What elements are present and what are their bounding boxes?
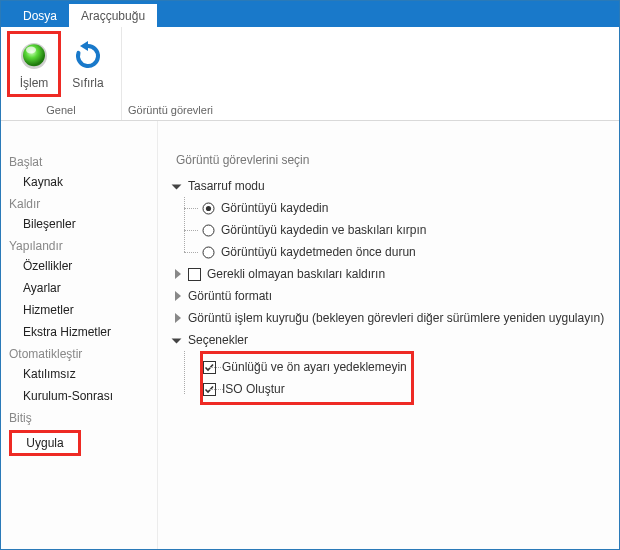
triangle-right-icon xyxy=(172,290,184,302)
task-tree: Tasarruf modu Görüntüyü kaydedin Görüntü… xyxy=(172,175,609,405)
process-button[interactable]: İşlem xyxy=(7,31,61,97)
checkbox-unchecked-icon[interactable] xyxy=(188,268,201,281)
radio-save-trim[interactable]: Görüntüyü kaydedin ve baskıları kırpın xyxy=(178,219,609,241)
radio-unselected-icon xyxy=(202,224,215,237)
radio-unselected-icon xyxy=(202,246,215,259)
ribbon: İşlem Sıfırla Genel Görüntü görev xyxy=(1,27,619,121)
checkbox-no-backup[interactable]: Günlüğü ve ön ayarı yedeklemeyin xyxy=(203,356,407,378)
tree-label-image-format: Görüntü formatı xyxy=(188,289,272,303)
tree-node-image-format[interactable]: Görüntü formatı xyxy=(172,285,609,307)
svg-point-5 xyxy=(203,225,214,236)
process-button-label: İşlem xyxy=(20,76,49,90)
radio-stop-before-save-label: Görüntüyü kaydetmeden önce durun xyxy=(221,245,416,259)
radio-save-image[interactable]: Görüntüyü kaydedin xyxy=(178,197,609,219)
tree-label-options: Seçenekler xyxy=(188,333,248,347)
options-highlight-box: Günlüğü ve ön ayarı yedeklemeyin ISO Olu… xyxy=(200,351,414,405)
tree-node-process-queue[interactable]: Görüntü işlem kuyruğu (bekleyen görevler… xyxy=(172,307,609,329)
app-window: Dosya Araççubuğu xyxy=(0,0,620,550)
tree-node-options[interactable]: Seçenekler xyxy=(172,329,609,351)
sidebar-item-extras[interactable]: Ekstra Hizmetler xyxy=(1,321,157,343)
checkbox-create-iso[interactable]: ISO Oluştur xyxy=(203,378,407,400)
triangle-right-icon xyxy=(172,312,184,324)
svg-point-6 xyxy=(203,247,214,258)
ribbon-group-general: İşlem Sıfırla Genel xyxy=(1,27,121,120)
tabs-bar: Dosya Araççubuğu xyxy=(1,1,619,27)
svg-rect-8 xyxy=(204,361,216,373)
sidebar-head-finish: Bitiş xyxy=(1,407,157,427)
svg-point-2 xyxy=(26,46,36,53)
checkbox-checked-icon xyxy=(203,383,216,396)
tab-file[interactable]: Dosya xyxy=(11,4,69,27)
tab-toolbar[interactable]: Araççubuğu xyxy=(69,4,157,27)
tree-label-remove-editions: Gerekli olmayan baskıları kaldırın xyxy=(207,267,385,281)
sidebar-head-remove: Kaldır xyxy=(1,193,157,213)
sidebar-item-components[interactable]: Bileşenler xyxy=(1,213,157,235)
sidebar-item-settings[interactable]: Ayarlar xyxy=(1,277,157,299)
refresh-icon xyxy=(71,39,105,73)
tree-node-remove-editions[interactable]: Gerekli olmayan baskıları kaldırın xyxy=(172,263,609,285)
content-pane: Görüntü görevlerini seçin Tasarruf modu … xyxy=(158,121,619,549)
sidebar-item-post-setup[interactable]: Kurulum-Sonrası xyxy=(1,385,157,407)
ribbon-group-label-general: Genel xyxy=(7,102,115,118)
ribbon-group-image-tasks: Görüntü görevleri xyxy=(121,27,219,120)
reset-button-label: Sıfırla xyxy=(72,76,103,90)
svg-rect-7 xyxy=(189,268,201,280)
checkbox-create-iso-label: ISO Oluştur xyxy=(222,382,285,396)
tree-label-process-queue: Görüntü işlem kuyruğu (bekleyen görevler… xyxy=(188,311,604,325)
triangle-down-icon xyxy=(172,180,184,192)
body: Başlat Kaynak Kaldır Bileşenler Yapıland… xyxy=(1,121,619,549)
triangle-down-icon xyxy=(172,334,184,346)
sidebar-head-automate: Otomatikleştir xyxy=(1,343,157,363)
radio-save-image-label: Görüntüyü kaydedin xyxy=(221,201,328,215)
green-sphere-icon xyxy=(17,39,51,73)
reset-button[interactable]: Sıfırla xyxy=(61,31,115,97)
sidebar-head-start: Başlat xyxy=(1,151,157,171)
radio-selected-icon xyxy=(202,202,215,215)
triangle-right-icon xyxy=(172,268,184,280)
sidebar-item-apply[interactable]: Uygula xyxy=(9,430,81,456)
apply-label: Uygula xyxy=(26,436,63,450)
sidebar-item-features[interactable]: Özellikler xyxy=(1,255,157,277)
content-title: Görüntü görevlerini seçin xyxy=(172,153,609,167)
ribbon-group-label-image-tasks: Görüntü görevleri xyxy=(128,102,213,118)
sidebar-head-configure: Yapılandır xyxy=(1,235,157,255)
sidebar-item-source[interactable]: Kaynak xyxy=(1,171,157,193)
checkbox-checked-icon xyxy=(203,361,216,374)
tree-node-save-mode[interactable]: Tasarruf modu xyxy=(172,175,609,197)
sidebar-item-unattended[interactable]: Katılımsız xyxy=(1,363,157,385)
tree-label-save-mode: Tasarruf modu xyxy=(188,179,265,193)
sidebar: Başlat Kaynak Kaldır Bileşenler Yapıland… xyxy=(1,121,158,549)
radio-stop-before-save[interactable]: Görüntüyü kaydetmeden önce durun xyxy=(178,241,609,263)
svg-point-4 xyxy=(206,205,211,210)
radio-save-trim-label: Görüntüyü kaydedin ve baskıları kırpın xyxy=(221,223,426,237)
sidebar-item-services[interactable]: Hizmetler xyxy=(1,299,157,321)
svg-rect-9 xyxy=(204,383,216,395)
checkbox-no-backup-label: Günlüğü ve ön ayarı yedeklemeyin xyxy=(222,360,407,374)
